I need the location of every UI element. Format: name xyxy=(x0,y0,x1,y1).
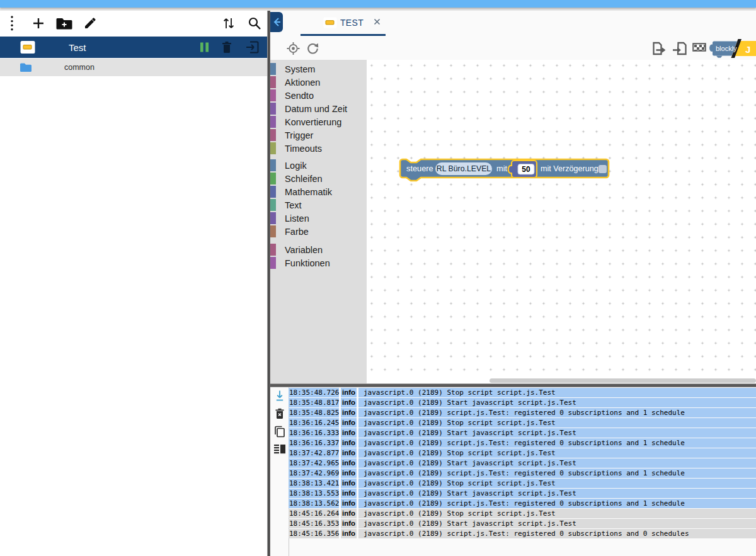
log-message: javascript.0 (2189) Start javascript scr… xyxy=(358,519,756,528)
category-label: System xyxy=(285,64,315,74)
log-row[interactable]: 18:36:16.245infojavascript.0 (2189) Stop… xyxy=(289,418,756,428)
log-row[interactable]: 18:38:13.553infojavascript.0 (2189) Star… xyxy=(289,489,756,499)
toolbox-category-sendto[interactable]: Sendto xyxy=(270,89,367,102)
log-time: 18:35:48.817 xyxy=(289,398,339,407)
edit-icon[interactable] xyxy=(83,16,97,30)
log-row[interactable]: 18:35:48.825infojavascript.0 (2189) scri… xyxy=(289,408,756,418)
log-level: info xyxy=(341,529,357,538)
log-row[interactable]: 18:45:16.264infojavascript.0 (2189) Stop… xyxy=(289,509,756,519)
folder-icon xyxy=(20,63,32,72)
log-row[interactable]: 18:38:13.421infojavascript.0 (2189) Stop… xyxy=(289,479,756,489)
blockly-workspace[interactable]: SystemAktionenSendtoDatum und ZeitKonver… xyxy=(270,60,756,383)
category-label: Timeouts xyxy=(285,144,322,154)
tab-blockly-icon xyxy=(323,17,337,28)
export-blocks-icon[interactable] xyxy=(652,42,666,55)
category-label: Farbe xyxy=(285,227,309,237)
log-time: 18:37:42.965 xyxy=(289,458,339,468)
log-level: info xyxy=(341,458,357,468)
toolbox-category-datum-und-zeit[interactable]: Datum und Zeit xyxy=(270,102,367,115)
toolbox-category-schleifen[interactable]: Schleifen xyxy=(270,172,367,185)
tab-test[interactable]: TEST xyxy=(318,11,409,35)
open-script-icon[interactable] xyxy=(245,41,259,54)
tab-bar: TEST xyxy=(270,11,756,37)
toolbox-category-konvertierung[interactable]: Konvertierung xyxy=(270,115,367,128)
toolbox-category-logik[interactable]: Logik xyxy=(270,159,367,172)
log-row[interactable]: 18:45:16.356infojavascript.0 (2189) scri… xyxy=(289,529,756,539)
number-value: 50 xyxy=(522,165,530,174)
workspace-hscrollbar[interactable] xyxy=(490,378,756,383)
toolbox-category-mathematik[interactable]: Mathematik xyxy=(270,185,367,198)
category-label: Trigger xyxy=(285,130,313,140)
log-time: 18:36:16.333 xyxy=(289,428,339,438)
log-level: info xyxy=(341,418,357,428)
log-message: javascript.0 (2189) Start javascript scr… xyxy=(358,489,756,498)
tab-close-icon[interactable] xyxy=(374,18,381,25)
log-level: info xyxy=(341,448,357,458)
category-color-bar xyxy=(270,173,276,184)
more-vert-icon[interactable] xyxy=(9,15,15,31)
log-row[interactable]: 18:37:42.965infojavascript.0 (2189) Star… xyxy=(289,458,756,468)
show-lines-icon[interactable] xyxy=(274,444,285,454)
log-row[interactable]: 18:35:48.817infojavascript.0 (2189) Star… xyxy=(289,398,756,408)
toolbox-category-farbe[interactable]: Farbe xyxy=(270,225,367,238)
toolbox-category-text[interactable]: Text xyxy=(270,198,367,212)
refresh-icon[interactable] xyxy=(306,42,319,55)
log-level: info xyxy=(341,468,357,478)
block-delay-checkbox[interactable] xyxy=(598,165,607,173)
log-row[interactable]: 18:37:42.969infojavascript.0 (2189) scri… xyxy=(289,468,756,479)
category-color-bar xyxy=(270,186,276,198)
category-color-bar xyxy=(270,129,276,141)
search-icon[interactable] xyxy=(248,16,261,30)
delete-icon[interactable] xyxy=(221,41,232,54)
sort-icon[interactable] xyxy=(222,16,235,30)
copy-log-icon[interactable] xyxy=(274,426,285,438)
log-level: info xyxy=(341,509,357,518)
category-label: Mathematik xyxy=(285,187,332,197)
log-row[interactable]: 18:38:13.562infojavascript.0 (2189) scri… xyxy=(289,499,756,509)
scroll-to-bottom-icon[interactable] xyxy=(275,390,285,402)
check-blocks-icon[interactable] xyxy=(692,42,707,55)
import-blocks-icon[interactable] xyxy=(673,42,687,55)
editor-panel: TEST xyxy=(270,11,756,556)
category-color-bar xyxy=(270,76,276,88)
log-row[interactable]: 18:36:16.333infojavascript.0 (2189) Star… xyxy=(289,428,756,438)
log-time: 18:38:13.421 xyxy=(289,479,339,488)
log-message: javascript.0 (2189) Stop script script.j… xyxy=(358,479,756,488)
blockly-js-toggle[interactable]: blockly J xyxy=(707,39,756,58)
category-color-bar xyxy=(270,89,276,101)
log-row[interactable]: 18:35:48.726infojavascript.0 (2189) Stop… xyxy=(289,388,756,398)
log-message: javascript.0 (2189) script.js.Test: regi… xyxy=(358,529,756,538)
log-message: javascript.0 (2189) Stop script script.j… xyxy=(358,448,756,458)
category-label: Konvertierung xyxy=(285,117,341,127)
locate-block-icon[interactable] xyxy=(287,42,300,55)
folder-name: common xyxy=(64,63,94,72)
add-folder-icon[interactable] xyxy=(56,16,72,30)
category-label: Funktionen xyxy=(285,258,330,268)
log-row[interactable]: 18:36:16.337infojavascript.0 (2189) scri… xyxy=(289,438,756,448)
toolbox-category-system[interactable]: System xyxy=(270,62,367,76)
toolbox-category-timeouts[interactable]: Timeouts xyxy=(270,142,367,155)
collapse-panel-button[interactable] xyxy=(270,12,283,32)
workspace-grid xyxy=(367,60,756,377)
toggle-blockly-label: blockly xyxy=(716,45,737,52)
pause-icon[interactable] xyxy=(200,42,209,53)
log-row[interactable]: 18:37:42.877infojavascript.0 (2189) Stop… xyxy=(289,448,756,458)
toolbox-category-aktionen[interactable]: Aktionen xyxy=(270,76,367,89)
toolbox-category-listen[interactable]: Listen xyxy=(270,212,367,225)
editor-toolbar: blockly J xyxy=(270,37,756,60)
control-block[interactable]: steuere RL Büro.LEVEL mit 50 mit Verzöge… xyxy=(395,156,616,186)
toolbox-category-funktionen[interactable]: Funktionen xyxy=(270,256,367,269)
log-time: 18:36:16.245 xyxy=(289,418,339,428)
toolbox-category-trigger[interactable]: Trigger xyxy=(270,128,367,142)
log-time: 18:38:13.562 xyxy=(289,499,339,508)
toolbox-flyout: SystemAktionenSendtoDatum und ZeitKonver… xyxy=(270,60,367,383)
log-row[interactable]: 18:45:16.353infojavascript.0 (2189) Star… xyxy=(289,519,756,529)
toolbox-category-variablen[interactable]: Variablen xyxy=(270,243,367,256)
clear-log-icon[interactable] xyxy=(275,408,284,419)
folder-item-common[interactable]: common xyxy=(0,59,267,76)
log-message: javascript.0 (2189) Stop script script.j… xyxy=(358,509,756,518)
log-time: 18:36:16.337 xyxy=(289,438,339,448)
add-script-icon[interactable] xyxy=(32,16,45,30)
active-tab-indicator xyxy=(301,34,386,36)
script-item-test[interactable]: Test xyxy=(0,37,267,58)
